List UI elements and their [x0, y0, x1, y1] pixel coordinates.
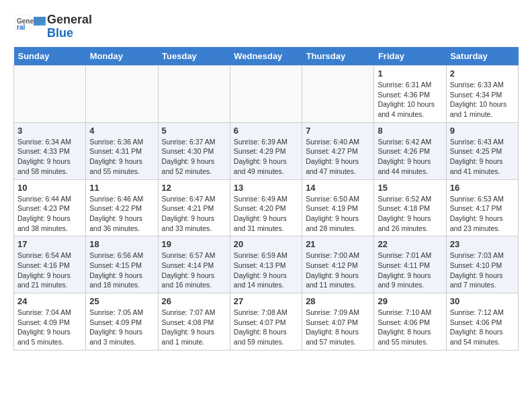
day-cell: 11Sunrise: 6:46 AM Sunset: 4:22 PM Dayli… — [86, 179, 158, 236]
day-cell: 27Sunrise: 7:08 AM Sunset: 4:07 PM Dayli… — [230, 293, 302, 351]
day-cell: 19Sunrise: 6:57 AM Sunset: 4:14 PM Dayli… — [158, 236, 230, 293]
day-info: Sunrise: 7:10 AM Sunset: 4:06 PM Dayligh… — [378, 308, 442, 347]
day-number: 7 — [306, 126, 370, 136]
day-number: 21 — [306, 239, 370, 249]
day-cell: 24Sunrise: 7:04 AM Sunset: 4:09 PM Dayli… — [14, 293, 86, 351]
day-info: Sunrise: 6:47 AM Sunset: 4:21 PM Dayligh… — [162, 194, 226, 234]
day-info: Sunrise: 6:31 AM Sunset: 4:36 PM Dayligh… — [378, 80, 442, 120]
day-number: 30 — [450, 296, 515, 306]
day-info: Sunrise: 7:07 AM Sunset: 4:08 PM Dayligh… — [162, 308, 226, 347]
day-number: 16 — [450, 183, 515, 193]
calendar-header: SundayMondayTuesdayWednesdayThursdayFrid… — [14, 47, 519, 66]
day-info: Sunrise: 7:08 AM Sunset: 4:07 PM Dayligh… — [234, 308, 298, 347]
col-header-friday: Friday — [374, 47, 446, 66]
day-number: 24 — [17, 296, 82, 306]
day-cell: 20Sunrise: 6:59 AM Sunset: 4:13 PM Dayli… — [230, 236, 302, 293]
day-cell: 16Sunrise: 6:53 AM Sunset: 4:17 PM Dayli… — [446, 179, 518, 236]
day-info: Sunrise: 7:01 AM Sunset: 4:11 PM Dayligh… — [378, 250, 442, 290]
col-header-sunday: Sunday — [14, 47, 86, 66]
day-info: Sunrise: 7:12 AM Sunset: 4:06 PM Dayligh… — [450, 308, 515, 347]
day-info: Sunrise: 6:34 AM Sunset: 4:33 PM Dayligh… — [17, 137, 82, 177]
day-number: 18 — [89, 239, 154, 249]
day-cell: 22Sunrise: 7:01 AM Sunset: 4:11 PM Dayli… — [374, 236, 446, 293]
day-number: 28 — [306, 296, 370, 306]
day-number: 27 — [234, 296, 298, 306]
day-info: Sunrise: 6:40 AM Sunset: 4:27 PM Dayligh… — [306, 137, 370, 177]
day-info: Sunrise: 6:33 AM Sunset: 4:34 PM Dayligh… — [450, 80, 515, 120]
day-cell: 13Sunrise: 6:49 AM Sunset: 4:20 PM Dayli… — [230, 179, 302, 236]
day-number: 29 — [378, 296, 442, 306]
day-number: 10 — [17, 183, 82, 193]
day-cell: 3Sunrise: 6:34 AM Sunset: 4:33 PM Daylig… — [14, 122, 86, 179]
day-info: Sunrise: 6:57 AM Sunset: 4:14 PM Dayligh… — [162, 250, 226, 290]
day-cell — [14, 66, 86, 123]
page-header: Gene ral General Blue — [13, 13, 519, 40]
logo-svg: Gene ral — [13, 13, 47, 40]
week-row-4: 17Sunrise: 6:54 AM Sunset: 4:16 PM Dayli… — [14, 236, 519, 293]
calendar-body: 1Sunrise: 6:31 AM Sunset: 4:36 PM Daylig… — [14, 66, 519, 351]
day-cell — [302, 66, 374, 123]
day-number: 20 — [234, 239, 298, 249]
day-number: 5 — [162, 126, 226, 136]
week-row-2: 3Sunrise: 6:34 AM Sunset: 4:33 PM Daylig… — [14, 122, 519, 179]
day-number: 22 — [378, 239, 442, 249]
week-row-5: 24Sunrise: 7:04 AM Sunset: 4:09 PM Dayli… — [14, 293, 519, 351]
day-cell: 7Sunrise: 6:40 AM Sunset: 4:27 PM Daylig… — [302, 122, 374, 179]
day-info: Sunrise: 6:49 AM Sunset: 4:20 PM Dayligh… — [234, 194, 298, 234]
day-number: 4 — [89, 126, 154, 136]
day-cell: 17Sunrise: 6:54 AM Sunset: 4:16 PM Dayli… — [14, 236, 86, 293]
week-row-1: 1Sunrise: 6:31 AM Sunset: 4:36 PM Daylig… — [14, 66, 519, 123]
day-cell — [158, 66, 230, 123]
day-cell: 29Sunrise: 7:10 AM Sunset: 4:06 PM Dayli… — [374, 293, 446, 351]
day-cell: 23Sunrise: 7:03 AM Sunset: 4:10 PM Dayli… — [446, 236, 518, 293]
day-info: Sunrise: 7:00 AM Sunset: 4:12 PM Dayligh… — [306, 250, 370, 290]
day-info: Sunrise: 6:44 AM Sunset: 4:23 PM Dayligh… — [17, 194, 82, 234]
day-info: Sunrise: 6:59 AM Sunset: 4:13 PM Dayligh… — [234, 250, 298, 290]
day-cell: 4Sunrise: 6:36 AM Sunset: 4:31 PM Daylig… — [86, 122, 158, 179]
col-header-wednesday: Wednesday — [230, 47, 302, 66]
day-info: Sunrise: 7:05 AM Sunset: 4:09 PM Dayligh… — [89, 308, 154, 347]
day-cell — [86, 66, 158, 123]
day-cell: 8Sunrise: 6:42 AM Sunset: 4:26 PM Daylig… — [374, 122, 446, 179]
day-info: Sunrise: 6:50 AM Sunset: 4:19 PM Dayligh… — [306, 194, 370, 234]
logo-text: General Blue — [47, 13, 92, 40]
day-cell: 2Sunrise: 6:33 AM Sunset: 4:34 PM Daylig… — [446, 66, 518, 123]
day-number: 1 — [378, 68, 442, 79]
day-cell: 6Sunrise: 6:39 AM Sunset: 4:29 PM Daylig… — [230, 122, 302, 179]
logo: Gene ral General Blue — [13, 13, 92, 40]
day-cell: 1Sunrise: 6:31 AM Sunset: 4:36 PM Daylig… — [374, 66, 446, 123]
day-cell — [230, 66, 302, 123]
day-cell: 25Sunrise: 7:05 AM Sunset: 4:09 PM Dayli… — [86, 293, 158, 351]
svg-text:ral: ral — [17, 24, 25, 31]
day-cell: 21Sunrise: 7:00 AM Sunset: 4:12 PM Dayli… — [302, 236, 374, 293]
day-cell: 12Sunrise: 6:47 AM Sunset: 4:21 PM Dayli… — [158, 179, 230, 236]
day-info: Sunrise: 6:56 AM Sunset: 4:15 PM Dayligh… — [89, 250, 154, 290]
day-info: Sunrise: 6:37 AM Sunset: 4:30 PM Dayligh… — [162, 137, 226, 177]
day-cell: 9Sunrise: 6:43 AM Sunset: 4:25 PM Daylig… — [446, 122, 518, 179]
day-info: Sunrise: 6:54 AM Sunset: 4:16 PM Dayligh… — [17, 250, 82, 290]
calendar-table: SundayMondayTuesdayWednesdayThursdayFrid… — [13, 47, 519, 351]
day-number: 2 — [450, 68, 515, 79]
col-header-tuesday: Tuesday — [158, 47, 230, 66]
day-cell: 15Sunrise: 6:52 AM Sunset: 4:18 PM Dayli… — [374, 179, 446, 236]
col-header-thursday: Thursday — [302, 47, 374, 66]
day-number: 25 — [89, 296, 154, 306]
col-header-monday: Monday — [86, 47, 158, 66]
day-cell: 10Sunrise: 6:44 AM Sunset: 4:23 PM Dayli… — [14, 179, 86, 236]
day-info: Sunrise: 7:04 AM Sunset: 4:09 PM Dayligh… — [17, 308, 82, 347]
day-cell: 28Sunrise: 7:09 AM Sunset: 4:07 PM Dayli… — [302, 293, 374, 351]
day-info: Sunrise: 7:03 AM Sunset: 4:10 PM Dayligh… — [450, 250, 515, 290]
day-number: 19 — [162, 239, 226, 249]
day-number: 3 — [17, 126, 82, 136]
day-info: Sunrise: 6:39 AM Sunset: 4:29 PM Dayligh… — [234, 137, 298, 177]
day-cell: 14Sunrise: 6:50 AM Sunset: 4:19 PM Dayli… — [302, 179, 374, 236]
day-info: Sunrise: 7:09 AM Sunset: 4:07 PM Dayligh… — [306, 308, 370, 347]
day-number: 9 — [450, 126, 515, 136]
day-info: Sunrise: 6:46 AM Sunset: 4:22 PM Dayligh… — [89, 194, 154, 234]
day-info: Sunrise: 6:53 AM Sunset: 4:17 PM Dayligh… — [450, 194, 515, 234]
day-number: 6 — [234, 126, 298, 136]
day-number: 11 — [89, 183, 154, 193]
logo-blue: Blue — [47, 27, 92, 40]
day-cell: 30Sunrise: 7:12 AM Sunset: 4:06 PM Dayli… — [446, 293, 518, 351]
day-number: 13 — [234, 183, 298, 193]
